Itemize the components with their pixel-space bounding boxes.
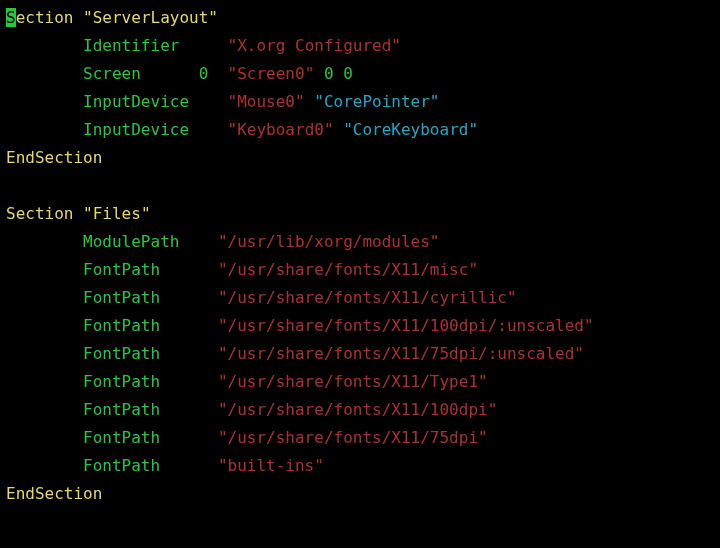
string-literal: "/usr/share/fonts/X11/100dpi": [218, 400, 497, 419]
string-literal: "/usr/lib/xorg/modules": [218, 232, 440, 251]
directive: FontPath: [83, 260, 160, 279]
config-line: EndSection: [6, 148, 102, 167]
section-name: "ServerLayout": [83, 8, 218, 27]
directive: ModulePath: [83, 232, 179, 251]
string-literal: "/usr/share/fonts/X11/misc": [218, 260, 478, 279]
config-line: FontPath "/usr/share/fonts/X11/100dpi/:u…: [6, 316, 594, 335]
config-line: InputDevice "Keyboard0" "CoreKeyboard": [6, 120, 478, 139]
number-literal: 0: [199, 64, 209, 83]
config-line: Section "Files": [6, 204, 151, 223]
config-line: FontPath "/usr/share/fonts/X11/cyrillic": [6, 288, 517, 307]
string-literal: "/usr/share/fonts/X11/75dpi": [218, 428, 488, 447]
string-literal: "/usr/share/fonts/X11/Type1": [218, 372, 488, 391]
directive: FontPath: [83, 400, 160, 419]
directive: InputDevice: [83, 120, 189, 139]
config-line: ModulePath "/usr/lib/xorg/modules": [6, 232, 439, 251]
config-line: FontPath "/usr/share/fonts/X11/Type1": [6, 372, 488, 391]
directive: FontPath: [83, 288, 160, 307]
directive: FontPath: [83, 316, 160, 335]
string-literal: "/usr/share/fonts/X11/75dpi/:unscaled": [218, 344, 584, 363]
string-literal: "X.org Configured": [228, 36, 401, 55]
section-keyword: Section: [6, 204, 73, 223]
directive: Identifier: [83, 36, 179, 55]
config-line: Section "ServerLayout": [6, 8, 218, 27]
cursor: S: [6, 8, 16, 27]
config-line: FontPath "built-ins": [6, 456, 324, 475]
xorg-conf-editor[interactable]: Section "ServerLayout" Identifier "X.org…: [0, 0, 720, 514]
directive: FontPath: [83, 344, 160, 363]
string-literal: "Screen0": [228, 64, 315, 83]
config-line: Screen 0 "Screen0" 0 0: [6, 64, 353, 83]
config-line: FontPath "/usr/share/fonts/X11/75dpi/:un…: [6, 344, 584, 363]
endsection-keyword: EndSection: [6, 484, 102, 503]
string-literal: "CoreKeyboard": [343, 120, 478, 139]
section-keyword: ection: [16, 8, 74, 27]
directive: Screen: [83, 64, 141, 83]
string-literal: "built-ins": [218, 456, 324, 475]
config-line: InputDevice "Mouse0" "CorePointer": [6, 92, 440, 111]
string-literal: "/usr/share/fonts/X11/100dpi/:unscaled": [218, 316, 594, 335]
directive: InputDevice: [83, 92, 189, 111]
string-literal: "/usr/share/fonts/X11/cyrillic": [218, 288, 517, 307]
config-line: Identifier "X.org Configured": [6, 36, 401, 55]
config-line: FontPath "/usr/share/fonts/X11/75dpi": [6, 428, 488, 447]
string-literal: "Mouse0": [228, 92, 305, 111]
string-literal: "CorePointer": [314, 92, 439, 111]
directive: FontPath: [83, 456, 160, 475]
config-line: FontPath "/usr/share/fonts/X11/misc": [6, 260, 478, 279]
endsection-keyword: EndSection: [6, 148, 102, 167]
directive: FontPath: [83, 428, 160, 447]
config-line: EndSection: [6, 484, 102, 503]
config-line: FontPath "/usr/share/fonts/X11/100dpi": [6, 400, 497, 419]
directive: FontPath: [83, 372, 160, 391]
number-literal: 0 0: [314, 64, 353, 83]
section-name: "Files": [83, 204, 150, 223]
string-literal: "Keyboard0": [228, 120, 334, 139]
